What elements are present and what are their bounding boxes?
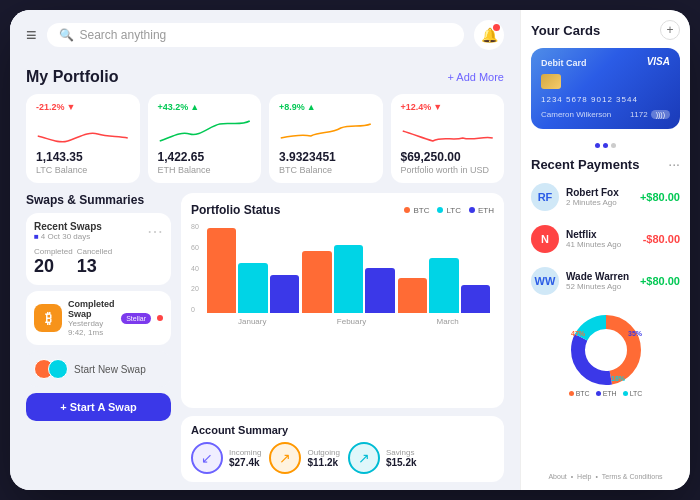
outgoing-info: Outgoing $11.2k xyxy=(307,448,339,468)
start-new-label: Start New Swap xyxy=(74,364,146,375)
search-placeholder: Search anything xyxy=(80,28,167,42)
wade-time: 52 Minutes Ago xyxy=(566,282,633,291)
netflix-name: Netflix xyxy=(566,229,636,240)
start-swap-button[interactable]: + Start A Swap xyxy=(26,393,171,421)
label-march: March xyxy=(437,317,459,326)
btc-value: 3.9323451 xyxy=(279,150,373,164)
recent-swaps-header: Recent Swaps ■ 4 Oct 30 days ⋯ xyxy=(34,221,163,241)
ltc-card: -21.2%▼ 1,143.35 LTC Balance xyxy=(26,94,140,183)
card-bottom: Cameron Wilkerson 1172 )))) xyxy=(541,110,670,119)
bottom-section: Swaps & Summaries Recent Swaps ■ 4 Oct 3… xyxy=(10,189,520,490)
right-panel: Your Cards + Debit Card VISA 1234 5678 9… xyxy=(520,10,690,490)
menu-icon[interactable]: ≡ xyxy=(26,25,37,46)
donut-dot-ltc xyxy=(623,391,628,396)
incoming-circle: ↙ xyxy=(191,442,223,474)
bar-chart xyxy=(203,223,494,313)
your-cards-title: Your Cards xyxy=(531,23,600,38)
robert-info: Robert Fox 2 Minutes Ago xyxy=(566,187,633,207)
btc-card: +8.9%▲ 3.9323451 BTC Balance xyxy=(269,94,383,183)
search-bar[interactable]: 🔍 Search anything xyxy=(47,23,464,47)
ltc-change: -21.2%▼ xyxy=(36,102,130,112)
wade-name: Wade Warren xyxy=(566,271,633,282)
worth-sparkline xyxy=(401,116,495,146)
cancelled-value: 13 xyxy=(77,256,113,277)
savings-label: Savings xyxy=(386,448,417,457)
savings-value: $15.2k xyxy=(386,457,417,468)
recent-payments-title: Recent Payments xyxy=(531,157,639,172)
worth-change: +12.4%▼ xyxy=(401,102,495,112)
bar-jan-eth xyxy=(270,275,299,313)
card-dot-1[interactable] xyxy=(595,143,600,148)
eth-legend-dot xyxy=(469,207,475,213)
swap-avatars xyxy=(34,359,68,379)
eth-value: 1,422.65 xyxy=(158,150,252,164)
cancelled-label: Cancelled xyxy=(77,247,113,256)
robert-time: 2 Minutes Ago xyxy=(566,198,633,207)
incoming-value: $27.4k xyxy=(229,457,261,468)
bar-group-march xyxy=(398,258,490,313)
account-summary-title: Account Summary xyxy=(191,424,494,436)
recent-payments-header: Recent Payments ··· xyxy=(531,156,680,172)
label-january: January xyxy=(238,317,266,326)
add-card-button[interactable]: + xyxy=(660,20,680,40)
portfolio-title: My Portfolio xyxy=(26,68,118,86)
portfolio-header: My Portfolio + Add More xyxy=(26,68,504,86)
ltc-label: LTC Balance xyxy=(36,165,130,175)
worth-value: $69,250.00 xyxy=(401,150,495,164)
incoming-label: Incoming xyxy=(229,448,261,457)
card-number: 1234 5678 9012 3544 xyxy=(541,95,670,104)
account-summary-items: ↙ Incoming $27.4k ↗ xyxy=(191,442,494,474)
recent-swaps-date: ■ 4 Oct 30 days xyxy=(34,232,102,241)
incoming-item: ↙ Incoming $27.4k xyxy=(191,442,261,474)
debit-card: Debit Card VISA 1234 5678 9012 3544 Came… xyxy=(531,48,680,129)
ltc-value: 1,143.35 xyxy=(36,150,130,164)
portfolio-worth-card: +12.4%▼ $69,250.00 Portfolio worth in US… xyxy=(391,94,505,183)
eth-card: +43.2%▲ 1,422.65 ETH Balance xyxy=(148,94,262,183)
search-icon: 🔍 xyxy=(59,28,74,42)
swaps-more-icon[interactable]: ⋯ xyxy=(147,222,163,241)
terms-link[interactable]: Terms & Conditions xyxy=(602,473,663,480)
account-summary-card: Account Summary ↙ Incoming $27.4k xyxy=(181,416,504,482)
card-chip xyxy=(541,74,561,89)
swaps-title: Swaps & Summaries xyxy=(26,193,171,207)
outgoing-value: $11.2k xyxy=(307,457,339,468)
eth-pct-label: 35% xyxy=(628,330,643,337)
wade-amount: +$80.00 xyxy=(640,275,680,287)
wade-info: Wade Warren 52 Minutes Ago xyxy=(566,271,633,291)
card-dot-2[interactable] xyxy=(603,143,608,148)
donut-legend: BTC ETH LTC xyxy=(569,390,643,397)
robert-amount: +$80.00 xyxy=(640,191,680,203)
card-name: Cameron Wilkerson xyxy=(541,110,611,119)
bar-mar-ltc xyxy=(429,258,458,313)
add-more-button[interactable]: + Add More xyxy=(447,71,504,83)
about-link[interactable]: About xyxy=(548,473,566,480)
card-dots xyxy=(531,143,680,148)
legend-btc: BTC xyxy=(404,206,429,215)
eth-label: ETH Balance xyxy=(158,165,252,175)
start-new-swap[interactable]: Start New Swap xyxy=(26,351,171,387)
donut-dot-eth xyxy=(596,391,601,396)
notification-button[interactable]: 🔔 xyxy=(474,20,504,50)
portfolio-status-legend: BTC LTC ETH xyxy=(404,206,494,215)
swap-avatar-2 xyxy=(48,359,68,379)
savings-info: Savings $15.2k xyxy=(386,448,417,468)
help-link[interactable]: Help xyxy=(577,473,591,480)
netflix-info: Netflix 41 Minutes Ago xyxy=(566,229,636,249)
bar-feb-btc xyxy=(302,251,331,313)
legend-eth: ETH xyxy=(469,206,494,215)
donut-dot-btc xyxy=(569,391,574,396)
worth-label: Portfolio worth in USD xyxy=(401,165,495,175)
btc-change: +8.9%▲ xyxy=(279,102,373,112)
recent-payments-more[interactable]: ··· xyxy=(668,156,680,172)
label-february: Febuary xyxy=(337,317,366,326)
completed-value: 20 xyxy=(34,256,73,277)
netflix-amount: -$80.00 xyxy=(643,233,680,245)
card-dot-3[interactable] xyxy=(611,143,616,148)
donut-legend-ltc: LTC xyxy=(623,390,643,397)
panel-footer: About • Help • Terms & Conditions xyxy=(531,473,680,480)
completed-swap-card: ₿ Completed Swap Yesterday 9:42, 1ms Ste… xyxy=(26,291,171,345)
bar-mar-btc xyxy=(398,278,427,313)
swaps-column: Swaps & Summaries Recent Swaps ■ 4 Oct 3… xyxy=(26,193,171,482)
btc-label: BTC Balance xyxy=(279,165,373,175)
completed-label: Completed xyxy=(34,247,73,256)
